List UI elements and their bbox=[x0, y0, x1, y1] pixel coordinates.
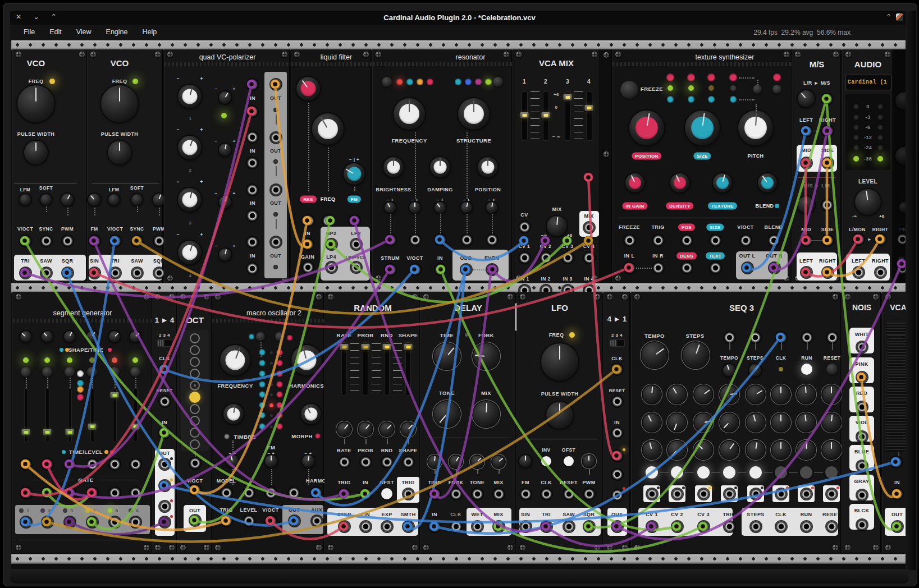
seggen-jack[interactable] bbox=[21, 517, 31, 527]
slider-handle[interactable] bbox=[564, 94, 572, 100]
delay-knob[interactable] bbox=[434, 401, 460, 427]
seq3-knob[interactable] bbox=[747, 385, 765, 403]
macro-btn-button[interactable] bbox=[275, 332, 284, 341]
vco1-pwm-jack[interactable] bbox=[62, 236, 73, 246]
resonator-jack[interactable] bbox=[435, 235, 446, 245]
quadvc-knob[interactable] bbox=[219, 144, 231, 156]
lfo-knob[interactable] bbox=[546, 402, 573, 429]
seggen-knob[interactable] bbox=[86, 331, 98, 342]
audio-jack[interactable] bbox=[875, 267, 886, 278]
macro-knob[interactable] bbox=[301, 404, 321, 424]
seq3-cv2[interactable] bbox=[672, 521, 683, 532]
resonator-knob[interactable] bbox=[461, 202, 472, 213]
vca-out[interactable] bbox=[892, 521, 903, 532]
lfo-knob[interactable] bbox=[583, 455, 595, 467]
seggen-jack[interactable] bbox=[130, 517, 141, 527]
oct-ring-option[interactable] bbox=[190, 439, 200, 449]
vco2-fm-jack[interactable] bbox=[89, 236, 100, 246]
seq3-knob[interactable] bbox=[747, 414, 765, 431]
vca-cv[interactable] bbox=[891, 457, 902, 467]
slider-handle[interactable] bbox=[362, 344, 370, 350]
resonator-knob[interactable] bbox=[458, 98, 490, 130]
slider-handle[interactable] bbox=[542, 112, 550, 118]
vco1-tri-out[interactable] bbox=[20, 268, 31, 278]
lfo-jack[interactable] bbox=[584, 489, 595, 499]
mix-cv[interactable] bbox=[519, 222, 530, 232]
delay-knob[interactable] bbox=[450, 456, 462, 468]
resonator-knob[interactable] bbox=[409, 202, 420, 213]
lfo-jack[interactable] bbox=[564, 521, 574, 532]
tex-inl[interactable] bbox=[624, 263, 635, 273]
filter-in[interactable] bbox=[303, 239, 313, 250]
random-in[interactable] bbox=[360, 489, 371, 499]
lfo-jack[interactable] bbox=[520, 521, 531, 532]
seggen-jack[interactable] bbox=[130, 459, 141, 470]
seq3-cv1[interactable] bbox=[647, 521, 657, 532]
ms-jack[interactable] bbox=[801, 158, 812, 168]
seq3-btn-button[interactable] bbox=[697, 466, 710, 479]
texture-jack[interactable] bbox=[624, 235, 635, 246]
vco1-voct-jack[interactable] bbox=[20, 236, 31, 246]
vco1-knob[interactable] bbox=[61, 194, 74, 206]
slider-handle[interactable] bbox=[585, 105, 593, 111]
quadvc-knob[interactable] bbox=[219, 249, 231, 261]
ms-jack[interactable] bbox=[822, 267, 833, 278]
seq3-knob[interactable] bbox=[720, 441, 738, 459]
four1-jack[interactable] bbox=[612, 469, 623, 480]
delay-knob[interactable] bbox=[428, 456, 441, 468]
texture-jack[interactable] bbox=[653, 235, 664, 246]
four1-jack[interactable] bbox=[612, 428, 623, 438]
lfo-knob[interactable] bbox=[541, 343, 578, 380]
seggen-knob[interactable] bbox=[130, 331, 141, 342]
seq3-knob[interactable] bbox=[797, 385, 815, 403]
texture-knob[interactable] bbox=[670, 173, 689, 192]
liquid-knob[interactable] bbox=[344, 163, 365, 185]
seggen-jack[interactable] bbox=[42, 517, 53, 527]
filter-res-cv[interactable] bbox=[303, 215, 314, 226]
delay-jack[interactable] bbox=[493, 489, 504, 499]
collapse-icon[interactable]: ⌃ bbox=[886, 13, 891, 21]
seq3-knob[interactable] bbox=[747, 441, 765, 459]
seggen-jack[interactable] bbox=[87, 517, 98, 527]
nois-jack[interactable] bbox=[857, 461, 867, 471]
four1-hsw-switch[interactable] bbox=[610, 339, 625, 347]
texture-knob[interactable] bbox=[685, 111, 720, 145]
resonator-knob[interactable] bbox=[385, 202, 396, 213]
tex-outr[interactable] bbox=[769, 263, 780, 273]
vcamix-jack[interactable] bbox=[563, 252, 573, 263]
slider-handle[interactable] bbox=[404, 344, 413, 350]
delay-knob[interactable] bbox=[473, 401, 499, 427]
slider-handle[interactable] bbox=[43, 429, 52, 435]
seq3-jack[interactable] bbox=[698, 489, 709, 499]
texture-jack[interactable] bbox=[769, 235, 779, 246]
delay-time-cv[interactable] bbox=[429, 489, 440, 499]
vcamix-vsl-slider[interactable] bbox=[565, 91, 571, 141]
slider-handle[interactable] bbox=[340, 344, 349, 350]
ms-knob[interactable] bbox=[798, 196, 815, 213]
seq3-btn-button[interactable] bbox=[801, 364, 812, 375]
delay-knob[interactable] bbox=[434, 343, 460, 369]
seq3-knob[interactable] bbox=[668, 414, 686, 431]
ms-knob[interactable] bbox=[798, 90, 815, 107]
seggen-jack[interactable] bbox=[87, 459, 98, 470]
slider-handle[interactable] bbox=[111, 392, 119, 398]
seggen-knob[interactable] bbox=[109, 331, 120, 342]
seq3-btn-button[interactable] bbox=[825, 466, 838, 479]
seq3-jack[interactable] bbox=[776, 489, 787, 499]
vco2-saw-out[interactable] bbox=[132, 268, 143, 278]
seq3-cv3[interactable] bbox=[698, 521, 709, 532]
lfo-jack[interactable] bbox=[520, 489, 531, 499]
oct-out[interactable] bbox=[190, 515, 200, 526]
vco2-knob[interactable] bbox=[88, 194, 100, 206]
four1-jack[interactable] bbox=[612, 396, 623, 407]
slider-handle[interactable] bbox=[383, 344, 391, 350]
seq3-btn-button[interactable] bbox=[646, 466, 658, 479]
texture-jack[interactable] bbox=[682, 235, 692, 246]
vco1-saw-out[interactable] bbox=[41, 268, 52, 278]
texture-knob[interactable] bbox=[758, 173, 777, 192]
seq3-btn-button[interactable] bbox=[671, 466, 683, 479]
vcamix-jack[interactable] bbox=[541, 252, 551, 263]
seq3-clk-in[interactable] bbox=[776, 332, 787, 343]
seq3-jack[interactable] bbox=[750, 332, 761, 343]
seq3-jack[interactable] bbox=[724, 521, 735, 532]
